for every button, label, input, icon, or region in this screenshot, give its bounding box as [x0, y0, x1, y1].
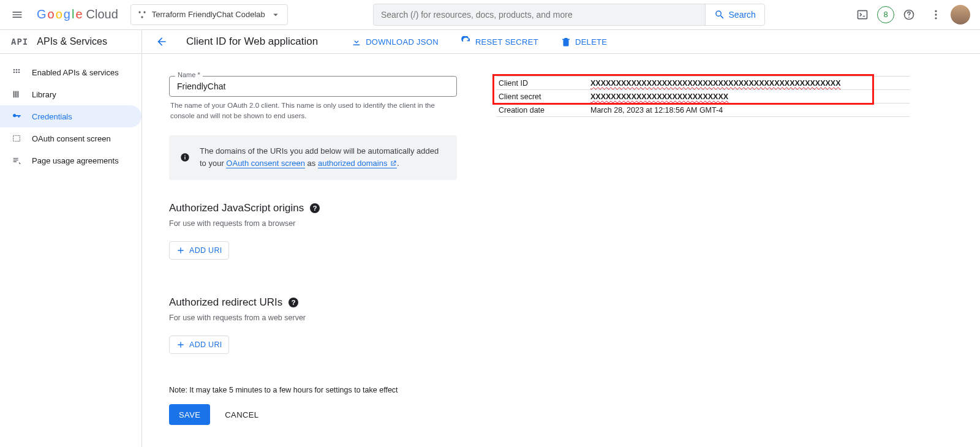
sidebar-item-label: Page usage agreements — [32, 156, 119, 165]
avatar[interactable] — [951, 5, 970, 24]
svg-point-9 — [13, 69, 15, 71]
redirect-uris-heading: Authorized redirect URIs ? — [169, 296, 457, 309]
sidebar-item-oauth-consent[interactable]: OAuth consent screen — [0, 127, 141, 149]
form-actions: SAVE CANCEL — [169, 404, 457, 425]
svg-rect-21 — [184, 155, 185, 156]
plus-icon — [176, 340, 186, 350]
chevron-down-icon — [270, 9, 281, 20]
js-origins-sub: For use with requests from a browser — [169, 219, 457, 228]
client-secret-value: XXXXXXXXXXXXXXXXXXXXXXXXXXX — [590, 92, 728, 101]
cloud-shell-button[interactable] — [850, 2, 875, 27]
add-redirect-uri-button[interactable]: ADD URI — [169, 336, 229, 354]
consent-icon — [11, 133, 22, 143]
svg-rect-3 — [858, 10, 867, 18]
grid-icon — [11, 67, 22, 77]
topbar-right: 8 — [850, 2, 975, 27]
name-label: Name * — [175, 71, 203, 78]
svg-point-11 — [18, 69, 20, 71]
help-icon — [903, 9, 915, 21]
client-id-value: XXXXXXXXXXXXXXXXXXXXXXXXXXXXXXXXXXXXXXXX… — [590, 79, 841, 88]
settings-note: Note: It may take 5 minutes to a few hou… — [169, 386, 457, 394]
oauth-consent-link[interactable]: OAuth consent screen — [226, 159, 305, 168]
search-input[interactable] — [374, 10, 705, 20]
doc-icon — [11, 156, 22, 165]
library-icon — [11, 89, 22, 99]
topbar: Google Cloud Terraform FriendlyChat Code… — [0, 0, 980, 29]
arrow-left-icon — [156, 35, 168, 48]
svg-point-13 — [16, 72, 18, 73]
save-button[interactable]: SAVE — [169, 404, 210, 425]
svg-point-0 — [138, 11, 140, 13]
sidebar-item-label: OAuth consent screen — [32, 134, 111, 143]
sidebar-item-enabled-apis[interactable]: Enabled APIs & services — [0, 61, 141, 83]
more-button[interactable] — [924, 2, 948, 27]
table-row: Client secret XXXXXXXXXXXXXXXXXXXXXXXXXX… — [496, 90, 910, 103]
back-button[interactable] — [152, 32, 172, 51]
plus-icon — [176, 246, 186, 255]
client-id-label: Client ID — [499, 79, 590, 88]
svg-point-7 — [935, 13, 937, 15]
download-json-button[interactable]: DOWNLOAD JSON — [347, 36, 442, 48]
project-icon — [137, 10, 147, 20]
search-bar[interactable]: Search — [373, 4, 765, 26]
client-secret-label: Client secret — [499, 92, 590, 101]
search-button[interactable]: Search — [705, 4, 764, 25]
search-icon — [714, 9, 725, 20]
svg-point-5 — [908, 17, 910, 18]
help-icon[interactable]: ? — [310, 203, 320, 213]
subheader-right: Client ID for Web application DOWNLOAD J… — [142, 30, 980, 53]
google-cloud-logo[interactable]: Google Cloud — [37, 7, 118, 21]
subheader: API APIs & Services Client ID for Web ap… — [0, 29, 980, 54]
svg-rect-15 — [13, 91, 15, 98]
details-table: Client ID XXXXXXXXXXXXXXXXXXXXXXXXXXXXXX… — [496, 76, 910, 117]
help-button[interactable] — [897, 2, 921, 27]
sidebar: Enabled APIs & services Library Credenti… — [0, 54, 142, 447]
sidebar-item-library[interactable]: Library — [0, 83, 141, 105]
info-icon — [180, 145, 190, 171]
creation-date-value: March 28, 2023 at 12:18:56 AM GMT-4 — [590, 106, 723, 115]
svg-point-10 — [16, 69, 18, 71]
download-icon — [351, 36, 362, 47]
creation-date-label: Creation date — [499, 106, 590, 115]
svg-rect-17 — [17, 91, 18, 98]
svg-point-12 — [13, 72, 15, 73]
js-origins-heading: Authorized JavaScript origins ? — [169, 202, 457, 214]
delete-button[interactable]: DELETE — [557, 36, 611, 48]
svg-point-14 — [18, 72, 20, 73]
info-box: The domains of the URIs you add below wi… — [169, 135, 457, 181]
table-row: Client ID XXXXXXXXXXXXXXXXXXXXXXXXXXXXXX… — [496, 77, 910, 90]
sidebar-item-label: Enabled APIs & services — [32, 68, 119, 77]
add-js-uri-button[interactable]: ADD URI — [169, 241, 229, 260]
body: Enabled APIs & services Library Credenti… — [0, 54, 980, 447]
more-vertical-icon — [930, 9, 942, 21]
sidebar-item-credentials[interactable]: Credentials — [0, 105, 141, 127]
project-name: Terraform FriendlyChat Codelab — [152, 10, 265, 19]
notifications-badge[interactable]: 8 — [877, 6, 894, 23]
name-hint: The name of your OAuth 2.0 client. This … — [170, 100, 456, 122]
authorized-domains-link[interactable]: authorized domains — [318, 159, 397, 168]
redirect-uris-sub: For use with requests from a web server — [169, 314, 457, 322]
terminal-icon — [856, 9, 869, 21]
cloud-label: Cloud — [86, 7, 118, 21]
refresh-icon — [461, 36, 472, 47]
svg-point-6 — [935, 10, 937, 12]
name-field: Name * — [169, 76, 457, 97]
svg-rect-20 — [184, 157, 185, 160]
help-icon[interactable]: ? — [288, 298, 298, 307]
hamburger-menu-button[interactable] — [5, 2, 29, 27]
info-text: The domains of the URIs you add below wi… — [200, 145, 446, 171]
svg-point-8 — [935, 17, 937, 19]
project-picker[interactable]: Terraform FriendlyChat Codelab — [130, 4, 288, 25]
sidebar-item-page-usage[interactable]: Page usage agreements — [0, 149, 141, 171]
name-input[interactable] — [169, 76, 457, 97]
cancel-button[interactable]: CANCEL — [221, 410, 262, 420]
reset-secret-button[interactable]: RESET SECRET — [457, 36, 542, 48]
main: Name * The name of your OAuth 2.0 client… — [142, 54, 980, 447]
sidebar-item-label: Library — [32, 90, 56, 99]
api-icon: API — [11, 37, 28, 47]
external-link-icon — [390, 160, 397, 167]
svg-point-1 — [143, 11, 145, 13]
svg-rect-18 — [13, 135, 20, 141]
form-column: Name * The name of your OAuth 2.0 client… — [169, 76, 457, 432]
trash-icon — [560, 36, 571, 47]
